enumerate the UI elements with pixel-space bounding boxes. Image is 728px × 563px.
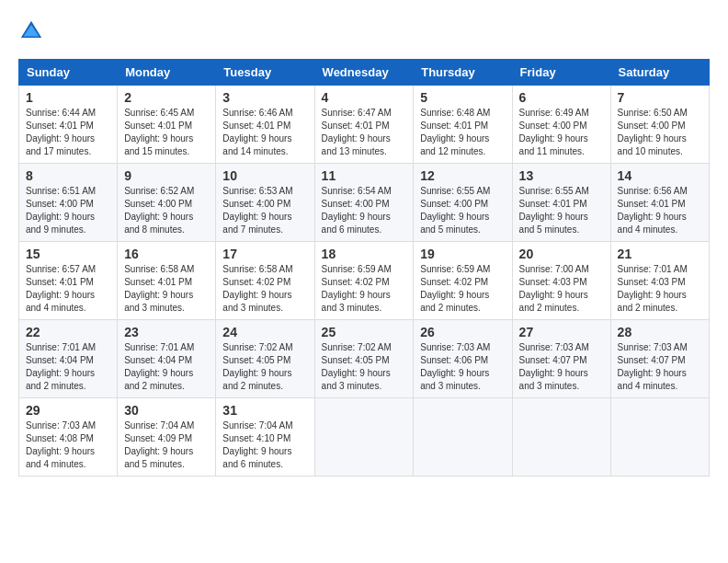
- calendar-cell: 21 Sunrise: 7:01 AM Sunset: 4:03 PM Dayl…: [610, 242, 709, 320]
- day-number: 30: [124, 403, 209, 418]
- day-number: 2: [124, 90, 209, 105]
- sunset-label: Sunset: 4:04 PM: [26, 355, 94, 365]
- day-info: Sunrise: 7:04 AM Sunset: 4:09 PM Dayligh…: [124, 419, 209, 471]
- day-number: 22: [26, 325, 110, 339]
- day-number: 12: [420, 168, 505, 183]
- daylight-label: Daylight: 9 hours and 11 minutes.: [519, 133, 588, 156]
- day-info: Sunrise: 7:03 AM Sunset: 4:08 PM Dayligh…: [26, 419, 110, 471]
- day-info: Sunrise: 7:00 AM Sunset: 4:03 PM Dayligh…: [519, 263, 604, 315]
- sunset-label: Sunset: 4:00 PM: [322, 199, 390, 209]
- day-info: Sunrise: 6:51 AM Sunset: 4:00 PM Dayligh…: [26, 185, 110, 236]
- day-info: Sunrise: 6:48 AM Sunset: 4:01 PM Dayligh…: [420, 107, 505, 158]
- day-info: Sunrise: 7:02 AM Sunset: 4:05 PM Dayligh…: [322, 341, 407, 393]
- calendar-cell: 14 Sunrise: 6:56 AM Sunset: 4:01 PM Dayl…: [610, 164, 709, 242]
- day-number: 19: [420, 247, 505, 261]
- day-number: 10: [222, 168, 307, 183]
- calendar-cell: 4 Sunrise: 6:47 AM Sunset: 4:01 PM Dayli…: [314, 86, 414, 164]
- sunrise-label: Sunrise: 6:57 AM: [26, 264, 96, 274]
- sunrise-label: Sunrise: 6:49 AM: [519, 108, 589, 118]
- calendar-cell: 8 Sunrise: 6:51 AM Sunset: 4:00 PM Dayli…: [19, 164, 118, 242]
- daylight-label: Daylight: 9 hours and 2 minutes.: [618, 290, 687, 313]
- day-info: Sunrise: 6:50 AM Sunset: 4:00 PM Dayligh…: [618, 107, 702, 158]
- day-number: 13: [519, 168, 604, 183]
- daylight-label: Daylight: 9 hours and 10 minutes.: [618, 133, 687, 156]
- calendar-cell: 30 Sunrise: 7:04 AM Sunset: 4:09 PM Dayl…: [118, 398, 216, 477]
- sunrise-label: Sunrise: 7:04 AM: [124, 420, 194, 431]
- day-number: 20: [519, 247, 604, 261]
- sunset-label: Sunset: 4:00 PM: [222, 199, 290, 209]
- sunset-label: Sunset: 4:09 PM: [124, 433, 192, 443]
- day-number: 23: [124, 325, 209, 339]
- daylight-label: Daylight: 9 hours and 2 minutes.: [26, 368, 95, 391]
- calendar-cell: 10 Sunrise: 6:53 AM Sunset: 4:00 PM Dayl…: [216, 164, 314, 242]
- day-number: 21: [618, 247, 702, 261]
- sunrise-label: Sunrise: 7:01 AM: [124, 342, 194, 352]
- day-number: 9: [124, 168, 209, 183]
- day-number: 6: [519, 90, 604, 105]
- calendar-cell: 20 Sunrise: 7:00 AM Sunset: 4:03 PM Dayl…: [512, 242, 610, 320]
- calendar-cell: 31 Sunrise: 7:04 AM Sunset: 4:10 PM Dayl…: [216, 398, 314, 477]
- daylight-label: Daylight: 9 hours and 9 minutes.: [26, 212, 95, 235]
- day-number: 26: [420, 325, 505, 339]
- calendar-cell: 12 Sunrise: 6:55 AM Sunset: 4:00 PM Dayl…: [414, 164, 512, 242]
- sunrise-label: Sunrise: 7:04 AM: [222, 420, 292, 431]
- daylight-label: Daylight: 9 hours and 2 minutes.: [420, 290, 489, 313]
- sunrise-label: Sunrise: 7:03 AM: [519, 342, 589, 352]
- col-thursday: Thursday: [414, 60, 512, 86]
- sunset-label: Sunset: 4:06 PM: [420, 355, 488, 365]
- calendar-cell: [512, 398, 610, 477]
- calendar-cell: 3 Sunrise: 6:46 AM Sunset: 4:01 PM Dayli…: [216, 86, 314, 164]
- daylight-label: Daylight: 9 hours and 4 minutes.: [26, 290, 95, 313]
- sunset-label: Sunset: 4:01 PM: [519, 199, 587, 209]
- day-info: Sunrise: 6:58 AM Sunset: 4:02 PM Dayligh…: [222, 263, 307, 315]
- calendar-week-row: 15 Sunrise: 6:57 AM Sunset: 4:01 PM Dayl…: [19, 242, 710, 320]
- daylight-label: Daylight: 9 hours and 4 minutes.: [618, 368, 687, 391]
- day-number: 27: [519, 325, 604, 339]
- page-header: [18, 18, 710, 44]
- calendar-cell: 28 Sunrise: 7:03 AM Sunset: 4:07 PM Dayl…: [610, 320, 709, 398]
- sunset-label: Sunset: 4:05 PM: [222, 355, 290, 365]
- day-number: 4: [322, 90, 407, 105]
- logo: [18, 18, 48, 44]
- daylight-label: Daylight: 9 hours and 6 minutes.: [322, 212, 391, 235]
- sunrise-label: Sunrise: 6:55 AM: [420, 186, 490, 196]
- day-info: Sunrise: 6:44 AM Sunset: 4:01 PM Dayligh…: [26, 107, 110, 158]
- day-info: Sunrise: 7:03 AM Sunset: 4:07 PM Dayligh…: [618, 341, 702, 393]
- sunset-label: Sunset: 4:03 PM: [519, 277, 587, 287]
- sunset-label: Sunset: 4:00 PM: [26, 199, 94, 209]
- daylight-label: Daylight: 9 hours and 4 minutes.: [26, 446, 95, 469]
- day-info: Sunrise: 6:47 AM Sunset: 4:01 PM Dayligh…: [322, 107, 407, 158]
- daylight-label: Daylight: 9 hours and 2 minutes.: [519, 290, 588, 313]
- day-number: 17: [222, 247, 307, 261]
- sunrise-label: Sunrise: 7:01 AM: [26, 342, 96, 352]
- day-info: Sunrise: 6:55 AM Sunset: 4:00 PM Dayligh…: [420, 185, 505, 236]
- day-number: 14: [618, 168, 702, 183]
- calendar-cell: 29 Sunrise: 7:03 AM Sunset: 4:08 PM Dayl…: [19, 398, 118, 477]
- day-info: Sunrise: 6:49 AM Sunset: 4:00 PM Dayligh…: [519, 107, 604, 158]
- day-number: 3: [222, 90, 307, 105]
- sunset-label: Sunset: 4:00 PM: [519, 121, 587, 131]
- sunrise-label: Sunrise: 6:59 AM: [420, 264, 490, 274]
- day-info: Sunrise: 7:04 AM Sunset: 4:10 PM Dayligh…: [222, 419, 307, 471]
- col-saturday: Saturday: [610, 60, 709, 86]
- day-info: Sunrise: 6:57 AM Sunset: 4:01 PM Dayligh…: [26, 263, 110, 315]
- day-number: 24: [222, 325, 307, 339]
- daylight-label: Daylight: 9 hours and 3 minutes.: [519, 368, 588, 391]
- sunset-label: Sunset: 4:01 PM: [124, 121, 192, 131]
- day-info: Sunrise: 6:56 AM Sunset: 4:01 PM Dayligh…: [618, 185, 702, 236]
- calendar-cell: 24 Sunrise: 7:02 AM Sunset: 4:05 PM Dayl…: [216, 320, 314, 398]
- calendar-week-row: 22 Sunrise: 7:01 AM Sunset: 4:04 PM Dayl…: [19, 320, 710, 398]
- sunset-label: Sunset: 4:01 PM: [26, 277, 94, 287]
- daylight-label: Daylight: 9 hours and 5 minutes.: [519, 212, 588, 235]
- calendar-cell: 5 Sunrise: 6:48 AM Sunset: 4:01 PM Dayli…: [414, 86, 512, 164]
- day-number: 15: [26, 247, 110, 261]
- day-info: Sunrise: 6:54 AM Sunset: 4:00 PM Dayligh…: [322, 185, 407, 236]
- calendar-cell: 27 Sunrise: 7:03 AM Sunset: 4:07 PM Dayl…: [512, 320, 610, 398]
- sunset-label: Sunset: 4:02 PM: [222, 277, 290, 287]
- sunset-label: Sunset: 4:05 PM: [322, 355, 390, 365]
- sunrise-label: Sunrise: 6:53 AM: [222, 186, 292, 196]
- daylight-label: Daylight: 9 hours and 14 minutes.: [222, 133, 291, 156]
- sunset-label: Sunset: 4:07 PM: [519, 355, 587, 365]
- calendar-header-row: Sunday Monday Tuesday Wednesday Thursday…: [19, 60, 710, 86]
- sunset-label: Sunset: 4:00 PM: [420, 199, 488, 209]
